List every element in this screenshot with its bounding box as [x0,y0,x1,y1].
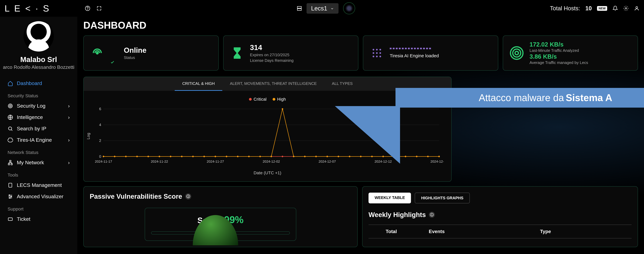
btn-highlights-graphs[interactable]: HIGHLIGHTS GRAPHS [415,192,470,204]
sidebar-item-my-network[interactable]: My Network › [0,157,77,168]
sliders-icon [8,194,13,199]
section-tools: Tools [0,168,77,180]
loading-bar [390,48,432,49]
svg-point-83 [237,156,238,157]
svg-point-99 [416,156,418,157]
sidebar-item-lecs-mgmt[interactable]: LECS Management [0,180,77,191]
btn-weekly-table[interactable]: WEEKLY TABLE [368,192,411,204]
svg-point-89 [304,156,306,157]
info-icon[interactable]: ⓘ [185,194,191,200]
svg-text:4: 4 [99,123,101,127]
svg-point-23 [372,52,374,54]
svg-point-71 [103,156,104,157]
highlights-table-header: Total Events Type [368,224,632,238]
globe-icon [8,114,13,120]
user-name: arco Rodolfo Alessandro Bozzetti [3,64,74,70]
svg-point-56 [282,156,283,157]
sidebar-item-label: Security Log [17,103,46,109]
svg-point-22 [380,49,381,50]
svg-point-25 [380,52,381,54]
sidebar-item-dashboard[interactable]: Dashboard [0,78,77,89]
legend-critical[interactable]: Critical [249,97,266,102]
tab-critical-high[interactable]: CRITICAL & HIGH [175,77,222,91]
new-badge: NEW [597,6,607,11]
search-icon [8,126,13,132]
svg-text:2024-11-27: 2024-11-27 [207,160,224,163]
target-icon [8,103,13,109]
svg-point-24 [376,52,378,54]
ai-engine-badge[interactable] [343,2,355,14]
sidebar-item-label: Search by IP [17,126,46,132]
svg-point-76 [159,156,160,157]
callout-banner: Attacco malware da Sistema A [396,88,644,108]
sidebar: Malabo Srl arco Rodolfo Alessandro Bozze… [0,0,77,254]
signal-icon [510,46,524,60]
svg-point-101 [438,156,440,157]
user-icon[interactable] [634,6,640,11]
legend-high[interactable]: High [272,97,286,102]
broadcast-icon [90,46,104,60]
sidebar-item-tires-ia[interactable]: Tires-IA Engine › [0,134,77,146]
svg-point-15 [9,195,10,196]
help-icon[interactable] [85,6,90,11]
tenant-selector[interactable]: Lecs1 [306,3,338,14]
sidebar-item-adv-viz[interactable]: Advanced Visualizer [0,191,77,202]
brain-icon [8,137,13,143]
card-title-text: Passive Vulnerabilities Score [90,192,182,200]
svg-text:2: 2 [99,138,101,142]
svg-text:2024-12-02: 2024-12-02 [262,160,280,163]
card-title-text: Weekly Highlights [368,211,426,218]
stat-online: Online Status [83,36,219,70]
svg-point-21 [376,49,378,50]
hourglass-icon [230,46,244,60]
avatar [24,21,54,52]
svg-rect-3 [297,8,301,10]
logo: L E < · S [4,3,82,14]
tab-all-types[interactable]: ALL TYPES [324,77,360,91]
th-total: Total [368,229,414,234]
sidebar-item-ticket[interactable]: Ticket [0,214,77,225]
svg-rect-18 [8,218,12,220]
stat-ai-engine: Tiresia AI Engine loaded [363,36,498,70]
sidebar-item-label: Advanced Visualizer [17,194,63,200]
svg-point-74 [136,156,138,157]
chevron-right-icon: › [68,137,70,143]
svg-rect-14 [9,183,12,187]
svg-rect-11 [10,160,11,162]
svg-point-17 [10,198,10,198]
svg-text:2024-12-07: 2024-12-07 [319,160,336,163]
sidebar-item-label: Ticket [17,216,30,222]
chart-ylabel: Log [86,133,91,139]
legend-label: Critical [254,97,266,102]
clipboard-icon [8,182,13,188]
svg-point-77 [170,156,172,157]
chart-xlabel: Date (UTC +1) [91,170,444,175]
stat-sub1: Expires on 27/10/2025 [250,52,294,57]
tab-alerts[interactable]: ALERT, MOVEMENTS, THREAT INTELLIGENCE [222,77,324,91]
callout-text: Attacco malware da [479,92,564,103]
chevron-right-icon: › [68,160,70,166]
sidebar-item-security-log[interactable]: Security Log › [0,100,77,112]
th-events: Events [414,229,460,234]
org-name: Malabo Srl [20,55,57,64]
gear-icon[interactable] [623,6,629,11]
svg-point-100 [427,156,429,157]
callout-bold: Sistema A [566,92,612,103]
sidebar-item-intelligence[interactable]: Intelligence › [0,112,77,123]
expand-icon[interactable] [96,6,102,11]
layout-icon[interactable] [297,6,302,11]
svg-point-27 [376,56,378,57]
sidebar-item-search-ip[interactable]: Search by IP [0,123,77,134]
traffic-l2: Average Traffic managed by Lecs [530,60,588,65]
svg-point-78 [181,156,182,157]
info-icon[interactable]: ⓘ [429,212,435,218]
svg-text:6: 6 [99,107,101,111]
ai-grid-icon [370,46,384,60]
svg-point-72 [114,156,116,157]
svg-point-10 [8,127,12,130]
callout-pointer [335,106,400,164]
bell-icon[interactable] [612,6,618,11]
svg-point-19 [96,52,98,54]
svg-point-81 [214,156,216,157]
svg-point-85 [259,156,261,157]
